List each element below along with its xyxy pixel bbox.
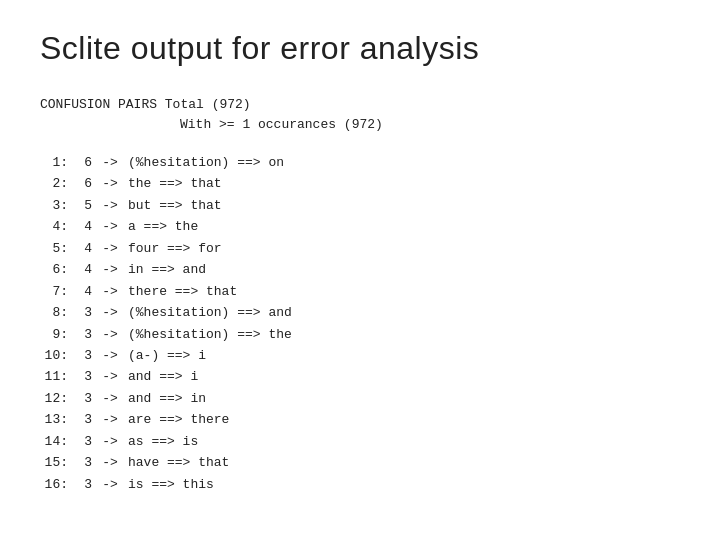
row-arrow: -> — [92, 409, 128, 430]
row-count: 4 — [72, 216, 92, 237]
row-count: 3 — [72, 409, 92, 430]
row-num: 16: — [40, 474, 72, 495]
row-arrow: -> — [92, 324, 128, 345]
row-num: 6: — [40, 259, 72, 280]
row-content: (%hesitation) ==> and — [128, 302, 680, 323]
header-line2: With >= 1 occurances (972) — [40, 115, 680, 135]
table-row: 3: 5 -> but ==> that — [40, 195, 680, 216]
row-content: (%hesitation) ==> on — [128, 152, 680, 173]
table-row: 14: 3 -> as ==> is — [40, 431, 680, 452]
row-count: 3 — [72, 431, 92, 452]
table-row: 8: 3 -> (%hesitation) ==> and — [40, 302, 680, 323]
row-content: is ==> this — [128, 474, 680, 495]
row-count: 3 — [72, 345, 92, 366]
row-num: 13: — [40, 409, 72, 430]
row-content: as ==> is — [128, 431, 680, 452]
row-count: 3 — [72, 474, 92, 495]
row-arrow: -> — [92, 431, 128, 452]
table-row: 1: 6 -> (%hesitation) ==> on — [40, 152, 680, 173]
row-arrow: -> — [92, 195, 128, 216]
row-count: 6 — [72, 152, 92, 173]
row-num: 5: — [40, 238, 72, 259]
row-content: there ==> that — [128, 281, 680, 302]
row-content: the ==> that — [128, 173, 680, 194]
table-row: 6: 4 -> in ==> and — [40, 259, 680, 280]
row-count: 3 — [72, 324, 92, 345]
row-count: 5 — [72, 195, 92, 216]
page-title: Sclite output for error analysis — [40, 30, 680, 67]
row-arrow: -> — [92, 388, 128, 409]
page: Sclite output for error analysis CONFUSI… — [0, 0, 720, 540]
row-count: 6 — [72, 173, 92, 194]
row-content: (a-) ==> i — [128, 345, 680, 366]
row-arrow: -> — [92, 216, 128, 237]
table-row: 9: 3 -> (%hesitation) ==> the — [40, 324, 680, 345]
row-content: (%hesitation) ==> the — [128, 324, 680, 345]
row-count: 4 — [72, 259, 92, 280]
row-content: and ==> i — [128, 366, 680, 387]
row-num: 14: — [40, 431, 72, 452]
row-arrow: -> — [92, 173, 128, 194]
row-num: 9: — [40, 324, 72, 345]
row-count: 3 — [72, 452, 92, 473]
row-arrow: -> — [92, 281, 128, 302]
header-section: CONFUSION PAIRS Total (972) With >= 1 oc… — [40, 95, 680, 134]
row-num: 15: — [40, 452, 72, 473]
table-row: 12: 3 -> and ==> in — [40, 388, 680, 409]
row-count: 3 — [72, 388, 92, 409]
row-arrow: -> — [92, 152, 128, 173]
row-count: 4 — [72, 238, 92, 259]
table-row: 5: 4 -> four ==> for — [40, 238, 680, 259]
row-arrow: -> — [92, 238, 128, 259]
row-num: 4: — [40, 216, 72, 237]
row-num: 12: — [40, 388, 72, 409]
confusion-pairs-table: 1: 6 -> (%hesitation) ==> on 2: 6 -> the… — [40, 152, 680, 495]
table-row: 7: 4 -> there ==> that — [40, 281, 680, 302]
row-count: 4 — [72, 281, 92, 302]
row-num: 7: — [40, 281, 72, 302]
header-line1: CONFUSION PAIRS Total (972) — [40, 95, 680, 115]
row-content: four ==> for — [128, 238, 680, 259]
row-content: have ==> that — [128, 452, 680, 473]
row-content: are ==> there — [128, 409, 680, 430]
row-num: 2: — [40, 173, 72, 194]
row-count: 3 — [72, 302, 92, 323]
table-row: 11: 3 -> and ==> i — [40, 366, 680, 387]
row-num: 3: — [40, 195, 72, 216]
row-count: 3 — [72, 366, 92, 387]
row-arrow: -> — [92, 366, 128, 387]
table-row: 15: 3 -> have ==> that — [40, 452, 680, 473]
row-content: but ==> that — [128, 195, 680, 216]
row-arrow: -> — [92, 259, 128, 280]
table-row: 2: 6 -> the ==> that — [40, 173, 680, 194]
row-num: 8: — [40, 302, 72, 323]
row-num: 11: — [40, 366, 72, 387]
row-arrow: -> — [92, 302, 128, 323]
row-content: in ==> and — [128, 259, 680, 280]
row-arrow: -> — [92, 345, 128, 366]
row-content: a ==> the — [128, 216, 680, 237]
table-row: 13: 3 -> are ==> there — [40, 409, 680, 430]
row-num: 1: — [40, 152, 72, 173]
row-arrow: -> — [92, 452, 128, 473]
table-row: 16: 3 -> is ==> this — [40, 474, 680, 495]
row-num: 10: — [40, 345, 72, 366]
row-arrow: -> — [92, 474, 128, 495]
table-row: 4: 4 -> a ==> the — [40, 216, 680, 237]
table-row: 10: 3 -> (a-) ==> i — [40, 345, 680, 366]
row-content: and ==> in — [128, 388, 680, 409]
